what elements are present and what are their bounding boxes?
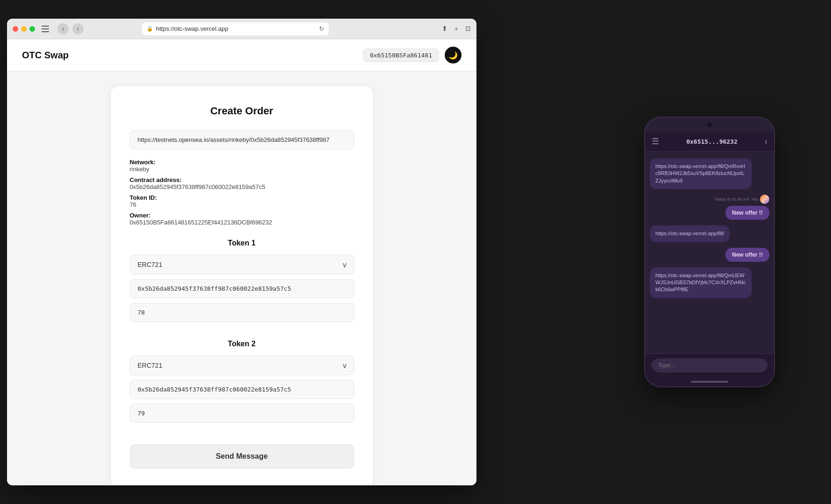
phone-notch: [707, 122, 712, 127]
chat-back-icon[interactable]: ‹: [765, 137, 767, 147]
minimize-button[interactable]: [21, 26, 27, 32]
phone-home-bar: [645, 377, 774, 386]
token1-section: Token 1 ERC721 ERC20 ERC1155 ∨: [130, 239, 354, 327]
close-button[interactable]: [13, 26, 18, 32]
chat-header: ☰ 0x6515...96232 ‹: [645, 132, 774, 152]
message-timestamp-1: Today at 01:48 AM You: [714, 195, 769, 204]
url-text: https://otc-swap.vercel.app: [156, 25, 228, 32]
token-id-value: 76: [130, 201, 354, 208]
app-content: OTC Swap 0x65150B5Fa861481 🌙 Create Orde…: [7, 39, 476, 485]
fullscreen-button[interactable]: [29, 26, 35, 32]
create-order-card: Create Order Network: rinkeby Contract a…: [111, 86, 373, 485]
chat-menu-icon[interactable]: ☰: [652, 136, 659, 147]
timestamp-text-1: Today at 01:48 AM: [714, 197, 749, 202]
app-header: OTC Swap 0x65150B5Fa861481 🌙: [7, 39, 476, 71]
contract-label: Contract address:: [130, 176, 354, 183]
chat-input-area: [645, 353, 774, 377]
browser-actions: ⬆ ＋ ⊡: [442, 25, 471, 33]
mobile-phone: ☰ 0x6515...96232 ‹ https://otc-swap.verc…: [644, 117, 775, 387]
token1-contract-input[interactable]: [130, 279, 354, 298]
svg-rect-2: [42, 31, 49, 32]
nft-url-input[interactable]: [130, 130, 354, 149]
message-sent-wrapper-2: New offer !!: [725, 248, 769, 262]
token2-section: Token 2 ERC721 ERC20 ERC1155 ∨: [130, 340, 354, 427]
token2-type-select[interactable]: ERC721 ERC20 ERC1155: [130, 356, 354, 375]
wallet-address-display[interactable]: 0x65150B5Fa861481: [363, 49, 439, 62]
token2-title: Token 2: [130, 340, 354, 348]
chat-messages: https://otc-swap.vercel.app/fill/QmRvxHc…: [645, 152, 774, 353]
traffic-lights: [13, 26, 35, 32]
forward-button[interactable]: ›: [72, 23, 84, 35]
owner-value: 0x65150B5Fa861481651225Ef4412136DCBf6962…: [130, 219, 354, 226]
header-right: 0x65150B5Fa861481 🌙: [363, 47, 462, 63]
owner-label: Owner:: [130, 212, 354, 219]
svg-rect-1: [42, 28, 49, 29]
message-received-1: https://otc-swap.vercel.app/fill/QmRvxHc…: [650, 158, 752, 189]
browser-window: ‹ › 🔒 https://otc-swap.vercel.app ↻ ⬆ ＋ …: [7, 19, 476, 485]
token2-type-wrapper: ERC721 ERC20 ERC1155 ∨: [130, 356, 354, 375]
token2-contract-input[interactable]: [130, 380, 354, 399]
token1-id-input[interactable]: [130, 303, 354, 322]
new-tab-icon[interactable]: ＋: [453, 25, 460, 33]
lock-icon: 🔒: [147, 26, 153, 32]
home-indicator: [691, 381, 728, 383]
token1-title: Token 1: [130, 239, 354, 247]
send-message-button[interactable]: Send Message: [130, 444, 354, 469]
user-avatar-1: [760, 195, 769, 204]
phone-screen: ☰ 0x6515...96232 ‹ https://otc-swap.verc…: [645, 132, 774, 386]
network-value: rinkeby: [130, 166, 354, 173]
token1-type-wrapper: ERC721 ERC20 ERC1155 ∨: [130, 255, 354, 274]
contract-value: 0x5b26da852945f37638ff987c060022e8159a57…: [130, 183, 354, 190]
back-button[interactable]: ‹: [57, 23, 69, 35]
message-received-2: https://otc-swap.vercel.app/fill/: [650, 225, 730, 242]
message-sent-wrapper-1: Today at 01:48 AM You New offer !!: [714, 195, 769, 220]
token1-type-select[interactable]: ERC721 ERC20 ERC1155: [130, 255, 354, 274]
chat-input[interactable]: [652, 358, 767, 372]
network-label: Network:: [130, 159, 354, 166]
app-title: OTC Swap: [22, 50, 69, 61]
nft-details: Network: rinkeby Contract address: 0x5b2…: [130, 159, 354, 226]
svg-rect-0: [42, 26, 49, 27]
theme-toggle-button[interactable]: 🌙: [445, 47, 462, 63]
timestamp-you-1: You: [751, 197, 758, 202]
message-received-3: https://otc-swap.vercel.app/fill/QmUEWWJ…: [650, 267, 752, 298]
token2-id-input[interactable]: [130, 404, 354, 423]
message-sent-2: New offer !!: [725, 248, 769, 262]
refresh-icon[interactable]: ↻: [319, 25, 324, 32]
share-icon[interactable]: ⬆: [442, 25, 447, 33]
tabs-icon[interactable]: ⊡: [465, 25, 471, 33]
address-bar[interactable]: 🔒 https://otc-swap.vercel.app ↻: [142, 22, 329, 35]
browser-titlebar: ‹ › 🔒 https://otc-swap.vercel.app ↻ ⬆ ＋ …: [7, 19, 476, 39]
message-sent-1: New offer !!: [725, 206, 769, 220]
card-title: Create Order: [130, 105, 354, 117]
main-content: Create Order Network: rinkeby Contract a…: [7, 71, 476, 485]
chat-header-address: 0x6515...96232: [686, 138, 738, 145]
token-id-label: Token ID:: [130, 194, 354, 201]
sidebar-toggle-icon[interactable]: [41, 24, 50, 34]
browser-nav: ‹ ›: [57, 23, 84, 35]
phone-notch-area: [645, 118, 774, 132]
